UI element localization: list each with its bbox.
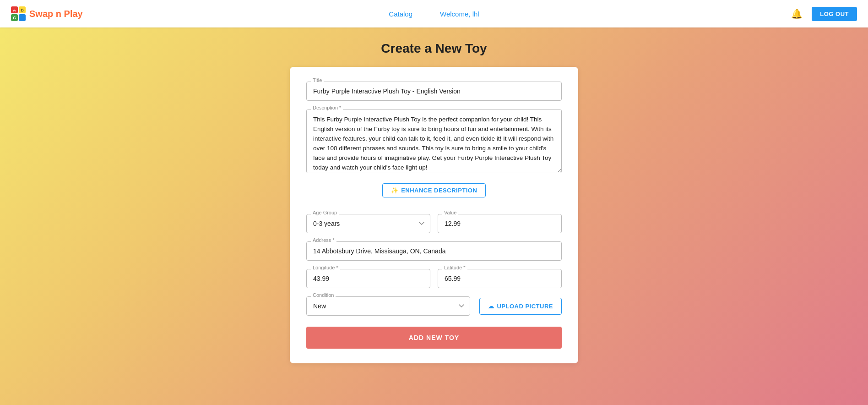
add-new-toy-button[interactable]: ADD NEW TOY — [306, 327, 562, 349]
header-right: 🔔 LOG OUT — [791, 7, 857, 21]
title-field-group: Title — [306, 82, 562, 101]
longitude-input[interactable] — [306, 269, 430, 288]
age-group-label: Age Group — [311, 210, 339, 215]
value-input[interactable] — [438, 214, 562, 233]
notifications-icon[interactable]: 🔔 — [791, 8, 803, 19]
upload-label: UPLOAD PICTURE — [497, 303, 553, 310]
upload-picture-button[interactable]: ☁ UPLOAD PICTURE — [479, 298, 562, 315]
description-textarea[interactable]: This Furby Purple Interactive Plush Toy … — [306, 109, 562, 173]
value-field-group: Value — [438, 214, 562, 233]
longitude-label: Longitude — [311, 265, 340, 270]
page-title: Create a New Toy — [381, 41, 487, 56]
app-header: A B C Swap n Play Catalog Welcome, lhl 🔔… — [0, 0, 868, 27]
title-label: Title — [311, 77, 324, 83]
create-toy-form: Title Description This Furby Purple Inte… — [290, 67, 578, 363]
logo[interactable]: A B C Swap n Play — [11, 6, 83, 21]
age-group-field-group: Age Group 0-3 years 3-6 years 6-9 years … — [306, 214, 430, 233]
latitude-label: Latitude — [442, 265, 467, 270]
age-value-row: Age Group 0-3 years 3-6 years 6-9 years … — [306, 214, 562, 233]
latitude-field-group: Latitude — [438, 269, 562, 288]
coords-row: Longitude Latitude — [306, 269, 562, 288]
main-nav: Catalog Welcome, lhl — [389, 10, 479, 18]
condition-field-group: Condition New Like New Good Fair Poor — [306, 296, 470, 316]
logo-icon: A B C — [11, 6, 26, 21]
upload-icon: ☁ — [488, 303, 494, 310]
welcome-text: Welcome, lhl — [440, 10, 479, 18]
latitude-input[interactable] — [438, 269, 562, 288]
description-label: Description — [311, 105, 343, 110]
logout-button[interactable]: LOG OUT — [812, 7, 857, 21]
longitude-field-group: Longitude — [306, 269, 430, 288]
description-field-group: Description This Furby Purple Interactiv… — [306, 109, 562, 175]
condition-label: Condition — [311, 292, 336, 298]
condition-select[interactable]: New Like New Good Fair Poor — [306, 296, 470, 316]
age-group-select[interactable]: 0-3 years 3-6 years 6-9 years 9-12 years… — [306, 214, 430, 233]
address-label: Address — [311, 237, 336, 243]
condition-upload-row: Condition New Like New Good Fair Poor ☁ … — [306, 296, 562, 316]
enhance-label: ENHANCE DESCRIPTION — [401, 187, 477, 194]
value-label: Value — [442, 210, 458, 215]
address-input[interactable] — [306, 241, 562, 261]
title-input[interactable] — [306, 82, 562, 101]
wand-icon: ✨ — [391, 187, 399, 194]
main-content: Create a New Toy Title Description This … — [0, 27, 868, 405]
logo-text: Swap n Play — [29, 9, 83, 19]
enhance-description-button[interactable]: ✨ ENHANCE DESCRIPTION — [382, 183, 486, 197]
address-field-group: Address — [306, 241, 562, 261]
catalog-link[interactable]: Catalog — [389, 10, 412, 18]
